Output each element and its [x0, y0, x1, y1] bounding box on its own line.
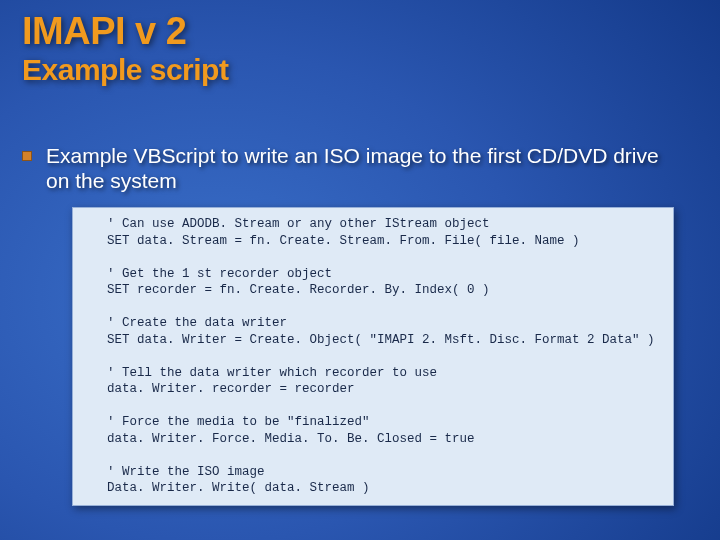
slide-subtitle: Example script — [0, 53, 720, 109]
code-box: ' Can use ADODB. Stream or any other ISt… — [72, 207, 674, 506]
slide-title: IMAPI v 2 — [0, 0, 720, 53]
bullet-icon — [22, 151, 32, 161]
code-content: ' Can use ADODB. Stream or any other ISt… — [107, 216, 661, 497]
bullet-row: Example VBScript to write an ISO image t… — [0, 143, 720, 193]
bullet-text: Example VBScript to write an ISO image t… — [46, 143, 686, 193]
